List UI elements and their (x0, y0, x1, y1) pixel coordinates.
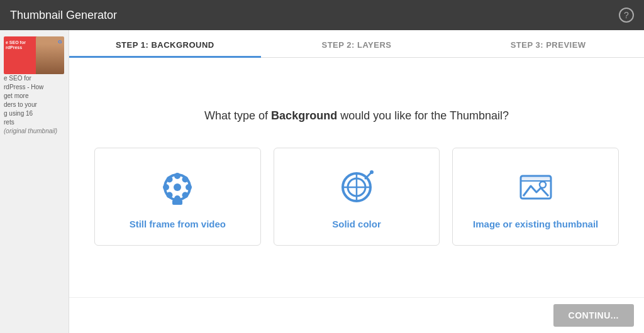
svg-point-20 (540, 182, 546, 188)
option-solid-color[interactable]: Solid color (274, 148, 440, 246)
option-still-frame[interactable]: Still frame from video (94, 148, 261, 246)
svg-rect-18 (521, 176, 551, 181)
svg-point-5 (186, 184, 192, 190)
content-footer: CONTINU... (69, 297, 644, 333)
content-area: STEP 1: BACKGROUND STEP 2: LAYERS STEP 3… (69, 30, 644, 333)
continue-button[interactable]: CONTINU... (553, 304, 634, 327)
app-title: Thumbnail Generator (10, 9, 117, 22)
svg-point-9 (167, 192, 173, 199)
film-reel-icon (157, 167, 197, 210)
svg-point-4 (163, 184, 169, 190)
tab-step1[interactable]: STEP 1: BACKGROUND (69, 30, 261, 57)
content-body: What type of Background would you like f… (69, 58, 644, 297)
app-header: Thumbnail Generator ? (0, 0, 644, 30)
sidebar: e SEO forrdPress G e SEO forrdPress - Ho… (0, 30, 69, 333)
sidebar-description: e SEO forrdPress - Howget moreders to yo… (4, 74, 65, 136)
image-icon (516, 167, 556, 210)
tab-step2[interactable]: STEP 2: LAYERS (261, 30, 453, 57)
svg-point-7 (182, 192, 189, 199)
sidebar-thumbnail-preview: e SEO forrdPress G (4, 36, 64, 74)
svg-point-6 (167, 177, 173, 183)
main-layout: e SEO forrdPress G e SEO forrdPress - Ho… (0, 30, 644, 333)
steps-tabs: STEP 1: BACKGROUND STEP 2: LAYERS STEP 3… (69, 30, 644, 58)
tab-step3[interactable]: STEP 3: PREVIEW (452, 30, 644, 57)
background-question: What type of Background would you like f… (204, 109, 509, 123)
help-button[interactable]: ? (619, 8, 634, 23)
option-image-thumbnail-label: Image or existing thumbnail (473, 219, 598, 229)
option-solid-color-label: Solid color (332, 219, 381, 229)
svg-point-8 (182, 177, 189, 183)
svg-point-1 (174, 183, 181, 191)
svg-point-16 (370, 170, 374, 174)
background-options-row: Still frame from video (94, 148, 619, 246)
color-wheel-icon (336, 167, 377, 210)
option-image-thumbnail[interactable]: Image or existing thumbnail (452, 148, 619, 246)
svg-point-2 (174, 173, 180, 179)
option-still-frame-label: Still frame from video (130, 219, 226, 229)
svg-rect-10 (172, 200, 182, 205)
